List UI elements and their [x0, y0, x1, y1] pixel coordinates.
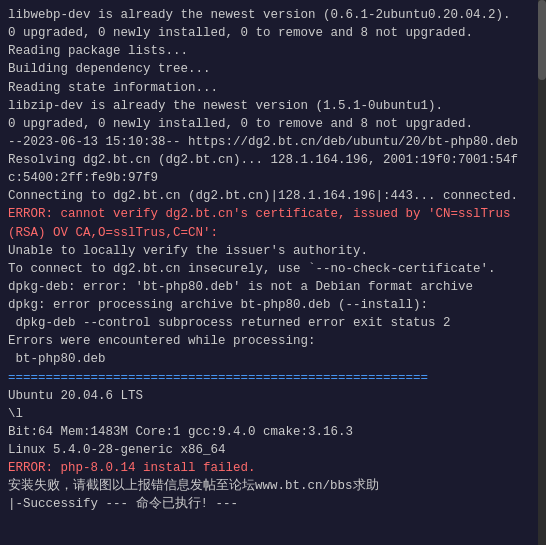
terminal-line: Errors were encountered while processing… — [8, 332, 530, 350]
terminal-content: libwebp-dev is already the newest versio… — [8, 6, 530, 514]
terminal-line: Reading package lists... — [8, 42, 530, 60]
terminal-line: ERROR: php-8.0.14 install failed. — [8, 459, 530, 477]
terminal-line: Bit:64 Mem:1483M Core:1 gcc:9.4.0 cmake:… — [8, 423, 530, 441]
terminal-line: Connecting to dg2.bt.cn (dg2.bt.cn)|128.… — [8, 187, 530, 205]
terminal-line: To connect to dg2.bt.cn insecurely, use … — [8, 260, 530, 278]
terminal-line: --2023-06-13 15:10:38-- https://dg2.bt.c… — [8, 133, 530, 151]
terminal-line: Building dependency tree... — [8, 60, 530, 78]
terminal-line: Linux 5.4.0-28-generic x86_64 — [8, 441, 530, 459]
terminal-line: bt-php80.deb — [8, 350, 530, 368]
terminal-line: |-Successify --- 命令已执行! --- — [8, 495, 530, 513]
scrollbar[interactable] — [538, 0, 546, 545]
terminal-line: Reading state information... — [8, 79, 530, 97]
terminal-line: ========================================… — [8, 369, 530, 387]
terminal-line: Unable to locally verify the issuer's au… — [8, 242, 530, 260]
terminal-line: libwebp-dev is already the newest versio… — [8, 6, 530, 24]
terminal-line: libzip-dev is already the newest version… — [8, 97, 530, 115]
terminal-window: libwebp-dev is already the newest versio… — [0, 0, 546, 545]
terminal-line: Resolving dg2.bt.cn (dg2.bt.cn)... 128.1… — [8, 151, 530, 187]
terminal-line: 0 upgraded, 0 newly installed, 0 to remo… — [8, 24, 530, 42]
terminal-line: dpkg: error processing archive bt-php80.… — [8, 296, 530, 314]
terminal-line: dpkg-deb: error: 'bt-php80.deb' is not a… — [8, 278, 530, 296]
terminal-line: Ubuntu 20.04.6 LTS — [8, 387, 530, 405]
terminal-line: 安装失败，请截图以上报错信息发帖至论坛www.bt.cn/bbs求助 — [8, 477, 530, 495]
terminal-line: dpkg-deb --control subprocess returned e… — [8, 314, 530, 332]
scrollbar-thumb[interactable] — [538, 0, 546, 80]
terminal-line: \l — [8, 405, 530, 423]
terminal-line: 0 upgraded, 0 newly installed, 0 to remo… — [8, 115, 530, 133]
terminal-line: ERROR: cannot verify dg2.bt.cn's certifi… — [8, 205, 530, 241]
